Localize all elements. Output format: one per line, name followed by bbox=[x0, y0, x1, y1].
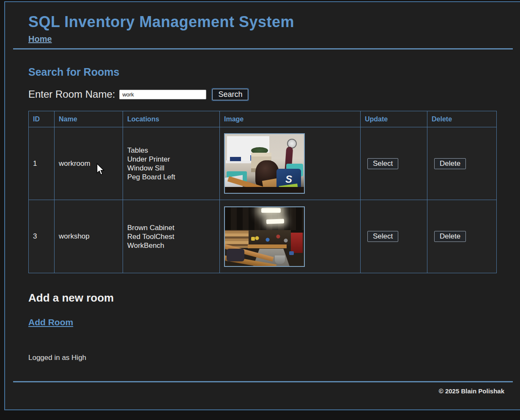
add-room-heading: Add a new room bbox=[28, 291, 114, 305]
room-name-label: Enter Room Name: bbox=[28, 88, 115, 100]
add-room-link[interactable]: Add Room bbox=[28, 317, 73, 327]
select-button[interactable]: Select bbox=[367, 231, 398, 242]
cell-id: 1 bbox=[29, 127, 55, 200]
page-frame: SQL Inventory Management System Home Sea… bbox=[4, 1, 520, 410]
column-header-delete: Delete bbox=[427, 111, 497, 127]
location-item: WorkBench bbox=[127, 241, 219, 250]
footer-divider bbox=[13, 381, 513, 382]
photo-detail bbox=[227, 249, 244, 261]
search-form: Enter Room Name: Search bbox=[28, 88, 248, 100]
column-header-image: Image bbox=[220, 111, 361, 127]
photo-detail bbox=[266, 219, 284, 224]
cell-update: Select bbox=[361, 127, 427, 200]
cell-name: workroom bbox=[55, 127, 123, 200]
location-item: Peg Board Left bbox=[127, 173, 219, 181]
location-item: Tables bbox=[127, 146, 219, 155]
logged-in-status: Logged in as High bbox=[28, 354, 86, 362]
search-heading: Search for Rooms bbox=[28, 66, 119, 78]
cell-image bbox=[220, 200, 361, 273]
location-item: Under Printer bbox=[127, 155, 219, 164]
column-header-update: Update bbox=[361, 111, 427, 127]
screen: SQL Inventory Management System Home Sea… bbox=[0, 0, 520, 420]
photo-detail bbox=[275, 255, 285, 264]
table-row-workroom: 1 workroom Tables Under Printer Window S… bbox=[29, 127, 497, 200]
table-header-row: ID Name Locations Image Update Delete bbox=[29, 111, 497, 127]
search-button[interactable]: Search bbox=[212, 89, 248, 100]
table-row-workshop: 3 workshop Brown Cabinet Red ToolChest W… bbox=[29, 200, 497, 273]
column-header-id: ID bbox=[29, 111, 55, 127]
workroom-photo: S bbox=[224, 133, 305, 194]
select-button[interactable]: Select bbox=[367, 158, 398, 169]
photo-detail bbox=[251, 237, 255, 241]
location-item: Brown Cabinet bbox=[127, 223, 219, 232]
cell-delete: Delete bbox=[427, 200, 497, 273]
photo-detail bbox=[248, 244, 287, 248]
cell-delete: Delete bbox=[427, 127, 497, 200]
cell-locations: Tables Under Printer Window Sill Peg Boa… bbox=[123, 127, 220, 200]
cell-name: workshop bbox=[55, 200, 123, 273]
delete-button[interactable]: Delete bbox=[434, 231, 466, 242]
cell-image: S bbox=[220, 127, 361, 200]
delete-button[interactable]: Delete bbox=[434, 158, 466, 169]
photo-detail bbox=[261, 208, 281, 213]
page-title: SQL Inventory Management System bbox=[28, 13, 294, 31]
home-link[interactable]: Home bbox=[28, 34, 52, 44]
column-header-locations: Locations bbox=[123, 111, 220, 127]
location-item: Red ToolChest bbox=[127, 232, 219, 241]
photo-detail bbox=[225, 187, 304, 193]
header-divider bbox=[13, 48, 513, 49]
cell-locations: Brown Cabinet Red ToolChest WorkBench bbox=[123, 200, 220, 273]
photo-detail bbox=[230, 157, 241, 161]
rooms-table: ID Name Locations Image Update Delete 1 … bbox=[28, 111, 497, 273]
location-item: Window Sill bbox=[127, 164, 219, 173]
cell-id: 3 bbox=[29, 200, 55, 273]
column-header-name: Name bbox=[55, 111, 123, 127]
photo-detail bbox=[291, 233, 303, 253]
photo-detail bbox=[249, 230, 291, 246]
room-name-input[interactable] bbox=[119, 90, 206, 99]
workshop-photo bbox=[224, 206, 305, 267]
copyright-text: © 2025 Blain Polishak bbox=[439, 387, 504, 395]
photo-detail bbox=[289, 251, 294, 255]
cell-update: Select bbox=[361, 200, 427, 273]
